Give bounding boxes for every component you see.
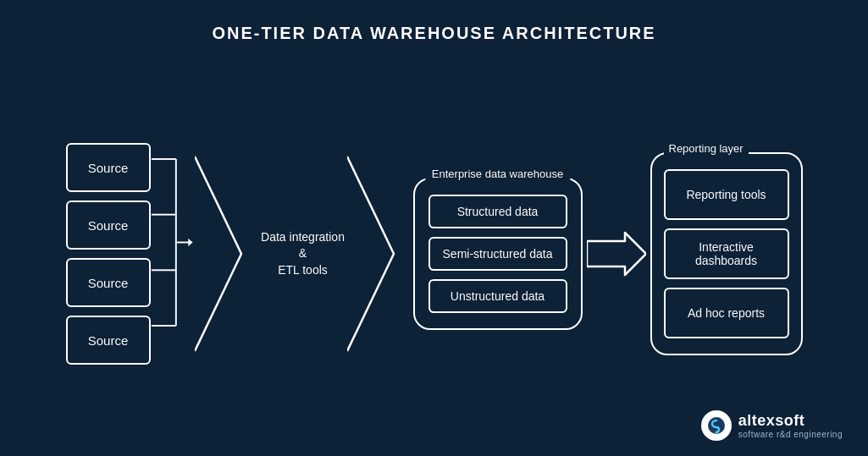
sources-column: Source Source Source Source — [66, 143, 151, 365]
source-box-1: Source — [66, 143, 151, 192]
edw-title: Enterprise data warehouse — [425, 168, 570, 180]
source-box-4: Source — [66, 316, 151, 365]
logo-icon — [701, 410, 732, 441]
edw-item-3: Unstructured data — [428, 279, 567, 313]
source-box-3: Source — [66, 258, 151, 307]
reporting-item-3: Ad hoc reports — [664, 288, 789, 338]
diagram-area: Source Source Source Source D — [0, 52, 868, 456]
chevron-shape-2 — [346, 135, 413, 372]
svg-point-9 — [715, 431, 717, 434]
reporting-container: Reporting layer Reporting tools Interact… — [650, 152, 803, 355]
edw-item-2: Semi-structured data — [428, 237, 567, 271]
edw-item-1: Structured data — [428, 195, 567, 228]
edw-container: Enterprise data warehouse Structured dat… — [413, 178, 583, 330]
big-arrow — [583, 228, 650, 279]
logo-area: altexsoft software r&d engineering — [701, 410, 843, 441]
chevron-shape — [193, 135, 261, 372]
logo-sub: software r&d engineering — [738, 430, 843, 439]
etl-label: Data integration & ETL tools — [261, 229, 346, 279]
reporting-item-2: Interactive dashboards — [664, 228, 789, 279]
svg-marker-7 — [587, 233, 646, 275]
source-box-2: Source — [66, 201, 151, 250]
logo-text: altexsoft software r&d engineering — [738, 412, 843, 439]
reporting-item-1: Reporting tools — [664, 169, 789, 220]
source-lines — [151, 135, 193, 372]
logo-name: altexsoft — [738, 412, 843, 430]
reporting-title: Reporting layer — [664, 142, 749, 155]
page-title: ONE-TIER DATA WAREHOUSE ARCHITECTURE — [212, 24, 655, 43]
svg-marker-6 — [188, 239, 192, 247]
